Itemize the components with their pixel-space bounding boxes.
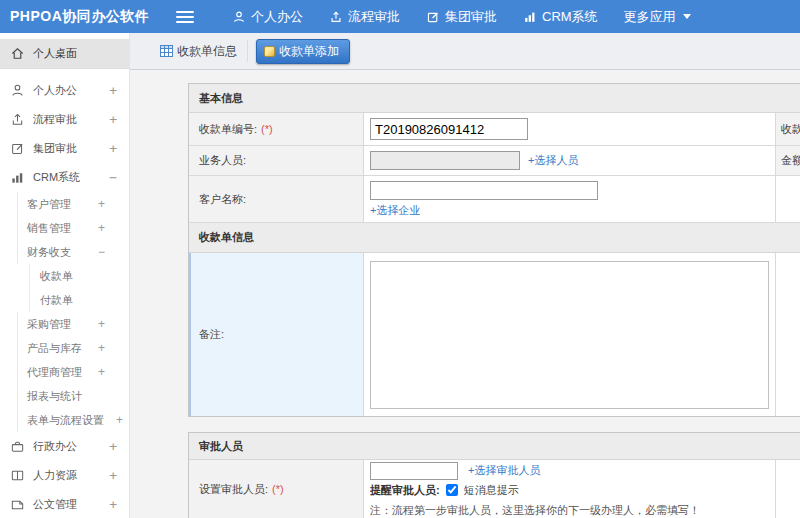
customer-cell: +选择企业 bbox=[364, 176, 776, 222]
topbar-nav: 个人办公 流程审批 集团审批 CRM系统 更多应用 bbox=[206, 8, 691, 26]
tab-receipt-info[interactable]: 收款单信息 bbox=[160, 40, 248, 62]
flow-icon bbox=[329, 10, 343, 24]
salesperson-input[interactable] bbox=[370, 151, 520, 170]
sidebar-item-document-mgmt[interactable]: 公文管理 + bbox=[0, 490, 129, 518]
form-block-approval: 审批人员 设置审批人员: (*) +选择审批人员 提醒审批人员: 短消息提示 注… bbox=[188, 432, 800, 518]
sidebar-item-customer-mgmt[interactable]: 客户管理 + bbox=[17, 192, 129, 216]
caret-down-icon bbox=[683, 14, 691, 19]
receipt-add-icon bbox=[264, 46, 275, 57]
expand-icon[interactable]: + bbox=[98, 221, 105, 235]
empty-cell bbox=[776, 460, 800, 518]
section-title-receipt-info: 收款单信息 bbox=[189, 223, 800, 253]
set-approver-cell: +选择审批人员 提醒审批人员: 短消息提示 注：流程第一步审批人员，这里选择你的… bbox=[364, 460, 776, 518]
nav-process-approval[interactable]: 流程审批 bbox=[329, 8, 400, 26]
tab-strip: 收款单信息 收款单添加 bbox=[130, 33, 800, 70]
sidebar-item-purchase-mgmt[interactable]: 采购管理 + bbox=[17, 312, 129, 336]
sidebar-item-agent-mgmt[interactable]: 代理商管理 + bbox=[17, 360, 129, 384]
sidebar-item-personal-office[interactable]: 个人办公 + bbox=[0, 76, 129, 105]
receipt-no-label: 收款单编号: (*) bbox=[189, 113, 364, 145]
nav-personal-office[interactable]: 个人办公 bbox=[232, 8, 303, 26]
section-title-basic: 基本信息 bbox=[189, 84, 800, 113]
sms-notify-checkbox[interactable] bbox=[446, 484, 458, 496]
expand-icon[interactable]: + bbox=[98, 341, 105, 355]
expand-icon[interactable]: + bbox=[109, 83, 117, 98]
set-approver-label: 设置审批人员: (*) bbox=[189, 460, 364, 518]
customer-label: 客户名称: bbox=[189, 176, 364, 222]
row-set-approver: 设置审批人员: (*) +选择审批人员 提醒审批人员: 短消息提示 注：流程第一… bbox=[189, 460, 800, 518]
nav-more-apps[interactable]: 更多应用 bbox=[624, 8, 691, 26]
sidebar-item-admin-office[interactable]: 行政办公 + bbox=[0, 432, 129, 461]
form-block-basic: 基本信息 收款单编号: (*) 收款单日期: 业务人员: +选择人员 金额: 客… bbox=[188, 83, 800, 417]
section-title-approval: 审批人员 bbox=[189, 433, 800, 460]
required-mark: (*) bbox=[261, 123, 273, 135]
sidebar-item-sales-mgmt[interactable]: 销售管理 + bbox=[17, 216, 129, 240]
sidebar-item-reports-stats[interactable]: 报表与统计 bbox=[17, 384, 129, 408]
nav-group-approval[interactable]: 集团审批 bbox=[426, 8, 497, 26]
choose-company-link[interactable]: +选择企业 bbox=[370, 203, 420, 218]
expand-icon[interactable]: + bbox=[98, 365, 105, 379]
expand-icon[interactable]: + bbox=[109, 468, 117, 483]
approver-note: 注：流程第一步审批人员，这里选择你的下一级办理人，必需填写！ bbox=[370, 503, 700, 518]
nav-crm-system[interactable]: CRM系统 bbox=[523, 8, 598, 26]
salesperson-cell: +选择人员 bbox=[364, 146, 776, 175]
edit-square-icon bbox=[426, 10, 440, 24]
sidebar-item-group-approval[interactable]: 集团审批 + bbox=[0, 134, 129, 163]
user-icon bbox=[10, 83, 25, 98]
collapse-icon[interactable]: − bbox=[109, 170, 117, 185]
sidebar-item-personal-desktop[interactable]: 个人桌面 bbox=[0, 39, 129, 69]
sidebar-item-product-inventory[interactable]: 产品与库存 + bbox=[17, 336, 129, 360]
receipt-no-input[interactable] bbox=[370, 118, 528, 140]
expand-icon[interactable]: + bbox=[116, 413, 123, 427]
home-icon bbox=[10, 46, 25, 61]
salesperson-label: 业务人员: bbox=[189, 146, 364, 175]
required-mark: (*) bbox=[272, 483, 284, 495]
sms-notify-label: 短消息提示 bbox=[464, 483, 519, 498]
table-icon bbox=[160, 45, 173, 57]
sidebar-item-process-approval[interactable]: 流程审批 + bbox=[0, 105, 129, 134]
book-icon bbox=[10, 468, 25, 483]
approver-input[interactable] bbox=[370, 462, 458, 480]
remark-cell bbox=[364, 253, 776, 416]
document-icon bbox=[10, 497, 25, 512]
flow-icon bbox=[10, 112, 25, 127]
row-customer: 客户名称: +选择企业 bbox=[189, 176, 800, 223]
sidebar-item-human-resources[interactable]: 人力资源 + bbox=[0, 461, 129, 490]
bar-chart-icon bbox=[10, 170, 25, 185]
empty-cell bbox=[776, 253, 800, 416]
row-salesperson: 业务人员: +选择人员 金额: bbox=[189, 146, 800, 176]
expand-icon[interactable]: + bbox=[109, 112, 117, 127]
remark-textarea[interactable] bbox=[370, 261, 769, 409]
sidebar-item-form-process-settings[interactable]: 表单与流程设置 + bbox=[17, 408, 129, 432]
topbar: PHPOA协同办公软件 个人办公 流程审批 集团审批 CRM系统 更多应用 bbox=[0, 0, 800, 33]
app-logo: PHPOA协同办公软件 bbox=[0, 8, 162, 26]
edit-square-icon bbox=[10, 141, 25, 156]
expand-icon[interactable]: + bbox=[109, 439, 117, 454]
sidebar-item-payment[interactable]: 付款单 bbox=[29, 288, 129, 312]
expand-icon[interactable]: + bbox=[109, 141, 117, 156]
expand-icon[interactable]: + bbox=[98, 317, 105, 331]
receipt-date-label: 收款单日期: bbox=[776, 113, 800, 145]
briefcase-icon bbox=[10, 439, 25, 454]
bar-chart-icon bbox=[523, 10, 537, 24]
choose-person-link[interactable]: +选择人员 bbox=[528, 153, 578, 168]
user-icon bbox=[232, 10, 246, 24]
remark-label: 备注: bbox=[189, 253, 364, 416]
sidebar-item-receipt[interactable]: 收款单 bbox=[29, 264, 129, 288]
remind-approver-label: 提醒审批人员: bbox=[370, 483, 440, 498]
tab-receipt-add-button[interactable]: 收款单添加 bbox=[256, 39, 350, 64]
amount-label: 金额: bbox=[776, 146, 800, 175]
sidebar: 个人桌面 个人办公 + 流程审批 + 集团审批 + CRM系统 − 客户管理 +… bbox=[0, 33, 130, 518]
expand-icon[interactable]: + bbox=[109, 497, 117, 512]
row-remark: 备注: bbox=[189, 253, 800, 416]
choose-approver-link[interactable]: +选择审批人员 bbox=[468, 463, 540, 478]
sidebar-item-finance[interactable]: 财务收支 − bbox=[17, 240, 129, 264]
row-receipt-no: 收款单编号: (*) 收款单日期: bbox=[189, 113, 800, 146]
expand-icon[interactable]: + bbox=[98, 197, 105, 211]
empty-cell bbox=[776, 176, 800, 222]
customer-input[interactable] bbox=[370, 181, 598, 200]
hamburger-menu-icon[interactable] bbox=[176, 8, 194, 26]
receipt-no-cell bbox=[364, 113, 776, 145]
sidebar-item-crm-system[interactable]: CRM系统 − bbox=[0, 163, 129, 192]
collapse-icon[interactable]: − bbox=[98, 245, 105, 259]
main-content: 基本信息 收款单编号: (*) 收款单日期: 业务人员: +选择人员 金额: 客… bbox=[130, 70, 800, 518]
